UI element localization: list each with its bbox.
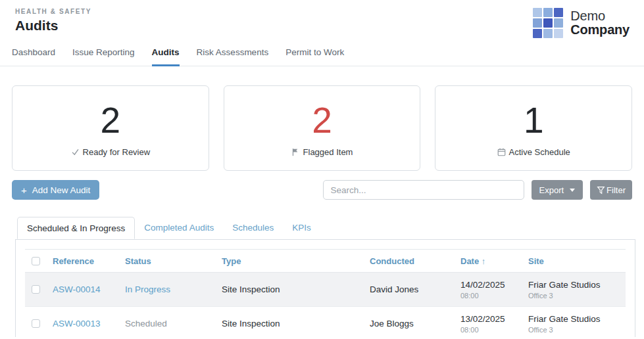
logo-grid-cell <box>533 18 542 28</box>
stat-card-flagged-item: 2 Flagged Item <box>224 85 421 171</box>
type-cell: Site Inspection <box>222 273 370 307</box>
table-row[interactable]: ASW-00013 Scheduled Site Inspection Joe … <box>25 307 626 338</box>
filter-label: Filter <box>607 185 626 195</box>
stat-label: Active Schedule <box>509 147 570 157</box>
stat-card-ready-for-review: 2 Ready for Review <box>12 85 209 171</box>
stat-value: 2 <box>101 102 121 139</box>
audit-tabs: Scheduled & In Progress Completed Audits… <box>17 217 635 239</box>
main-nav: Dashboard Issue Reporting Audits Risk As… <box>0 42 644 66</box>
breadcrumb-eyebrow: HEALTH & SAFETY <box>15 8 91 15</box>
logo-line2: Company <box>570 23 630 37</box>
site-detail: Office 3 <box>528 292 620 300</box>
stat-card-active-schedule: 1 Active Schedule <box>435 85 632 171</box>
logo-grid-cell <box>533 29 542 38</box>
toolbar: + Add New Audit Export Filter <box>12 180 632 200</box>
conducted-cell: Joe Bloggs <box>370 307 460 338</box>
logo-grid-cell <box>543 18 553 28</box>
table-row[interactable]: ASW-00014 In Progress Site Inspection Da… <box>25 273 626 307</box>
add-new-audit-button[interactable]: + Add New Audit <box>12 180 99 200</box>
row-checkbox[interactable] <box>32 319 40 328</box>
stat-label-row: Active Schedule <box>497 147 570 157</box>
date-value: 13/02/2025 <box>460 314 523 324</box>
stat-value: 2 <box>312 102 332 139</box>
stat-label: Flagged Item <box>303 147 353 157</box>
reference-link[interactable]: ASW-00014 <box>53 284 101 294</box>
column-header-reference[interactable]: Reference <box>53 250 125 273</box>
plus-icon: + <box>21 185 27 195</box>
column-header-site[interactable]: Site <box>528 250 626 273</box>
site-name: Friar Gate Studios <box>528 280 620 290</box>
site-cell: Friar Gate Studios Office 3 <box>528 307 626 338</box>
column-header-conducted[interactable]: Conducted <box>370 250 460 273</box>
check-icon <box>71 148 80 156</box>
tab-completed-audits[interactable]: Completed Audits <box>135 217 223 239</box>
stat-value: 1 <box>524 102 544 139</box>
row-checkbox[interactable] <box>32 285 40 294</box>
add-new-audit-label: Add New Audit <box>32 185 91 195</box>
nav-item-risk-assessments[interactable]: Risk Assessments <box>197 42 269 66</box>
funnel-icon <box>597 186 605 194</box>
nav-item-dashboard[interactable]: Dashboard <box>12 42 55 66</box>
column-header-type[interactable]: Type <box>222 250 370 273</box>
toolbar-right: Export Filter <box>323 180 632 200</box>
stat-label: Ready for Review <box>83 147 151 157</box>
site-cell: Friar Gate Studios Office 3 <box>528 273 626 307</box>
column-header-date[interactable]: Date ↑ <box>460 250 528 273</box>
time-value: 08:00 <box>460 326 523 334</box>
export-button[interactable]: Export <box>532 180 583 200</box>
header-titles: HEALTH & SAFETY Audits <box>15 8 91 34</box>
stat-cards: 2 Ready for Review 2 Flagged Item 1 Acti… <box>12 85 632 171</box>
table-header-row: Reference Status Type Conducted Date ↑ S… <box>25 250 626 273</box>
nav-item-permit-to-work[interactable]: Permit to Work <box>285 42 344 66</box>
logo-grid-cell <box>543 8 553 17</box>
date-cell: 13/02/2025 08:00 <box>460 307 528 338</box>
page-title: Audits <box>15 18 91 34</box>
conducted-cell: David Jones <box>370 273 460 307</box>
page-header: HEALTH & SAFETY Audits Demo Company <box>0 0 644 38</box>
select-all-checkbox[interactable] <box>32 257 40 265</box>
nav-item-issue-reporting[interactable]: Issue Reporting <box>72 42 135 66</box>
status-text: Scheduled <box>125 319 167 328</box>
status-text: In Progress <box>125 284 170 294</box>
search-input[interactable] <box>323 180 524 200</box>
logo-grid-cell <box>554 29 563 38</box>
nav-item-audits[interactable]: Audits <box>152 42 180 66</box>
logo-grid-cell <box>554 8 563 17</box>
logo-grid-cell <box>533 8 542 17</box>
flag-icon <box>291 148 300 156</box>
logo-line1: Demo <box>570 9 630 23</box>
audits-table-panel: Reference Status Type Conducted Date ↑ S… <box>15 239 635 337</box>
stat-label-row: Ready for Review <box>71 147 151 157</box>
time-value: 08:00 <box>460 292 523 300</box>
tab-schedules[interactable]: Schedules <box>223 217 283 239</box>
company-logo: Demo Company <box>533 8 630 38</box>
sort-ascending-icon: ↑ <box>482 256 486 266</box>
site-name: Friar Gate Studios <box>528 314 620 324</box>
column-header-status[interactable]: Status <box>125 250 222 273</box>
logo-grid-cell <box>554 18 563 28</box>
export-label: Export <box>539 185 564 195</box>
tab-scheduled-in-progress[interactable]: Scheduled & In Progress <box>17 217 135 239</box>
stat-label-row: Flagged Item <box>291 147 353 157</box>
logo-grid-cell <box>543 29 553 38</box>
logo-text: Demo Company <box>570 9 630 37</box>
site-detail: Office 3 <box>528 326 620 334</box>
type-cell: Site Inspection <box>222 307 370 338</box>
caret-down-icon <box>570 189 575 192</box>
filter-button[interactable]: Filter <box>590 180 632 200</box>
date-cell: 14/02/2025 08:00 <box>460 273 528 307</box>
calendar-icon <box>497 148 506 156</box>
reference-link[interactable]: ASW-00013 <box>53 319 101 328</box>
logo-grid-icon <box>533 8 563 38</box>
audits-table: Reference Status Type Conducted Date ↑ S… <box>25 249 626 337</box>
tab-kpis[interactable]: KPIs <box>283 217 320 239</box>
date-value: 14/02/2025 <box>460 280 523 290</box>
